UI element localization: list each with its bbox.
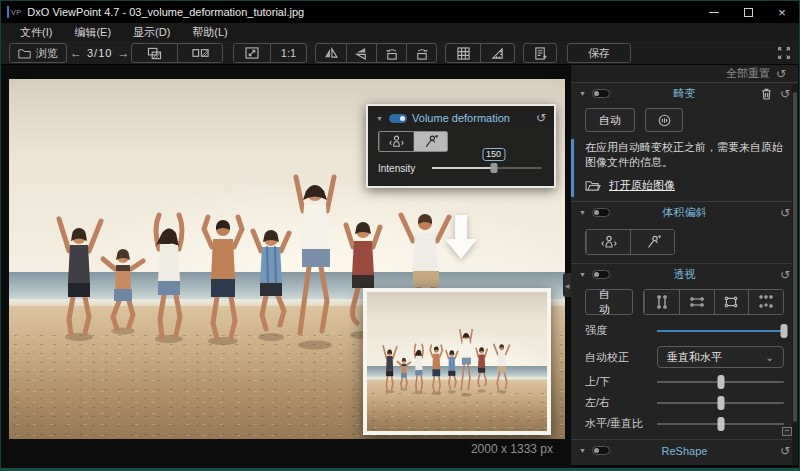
menu-view[interactable]: 显示(D) [122, 25, 181, 40]
perspective-tools-row: 自动 [585, 289, 784, 315]
flip-vertical-icon [355, 47, 368, 60]
force-rectangle-button[interactable] [714, 290, 749, 314]
sidebar-collapse-handle[interactable]: ◀ [563, 273, 571, 297]
scrollbar-thumb[interactable] [793, 92, 797, 422]
reshape-enable-toggle[interactable] [592, 446, 610, 455]
collapse-arrow-icon[interactable]: ▼ [579, 90, 586, 97]
ratio-slider-handle[interactable] [717, 417, 724, 431]
flip-vertical-button[interactable] [346, 44, 376, 62]
open-original-link[interactable]: 打开原始图像 [609, 178, 675, 193]
volume-undo-icon[interactable]: ↺ [780, 206, 790, 220]
panel-collapse-box[interactable]: − [782, 427, 792, 436]
ratio-slider[interactable] [657, 417, 784, 431]
distortion-auto-button[interactable]: 自动 [585, 108, 635, 132]
horizontal-correction-button[interactable] [379, 132, 413, 151]
collapse-arrow-icon[interactable]: ▼ [579, 209, 586, 216]
close-button[interactable]: × [765, 1, 799, 23]
collapse-arrow-icon[interactable]: ▼ [579, 271, 586, 278]
compare-overlay-button[interactable] [132, 44, 177, 62]
previous-image-button[interactable]: ← [65, 46, 87, 60]
maximize-button[interactable] [731, 1, 765, 23]
perspective-auto-button[interactable]: 自动 [585, 289, 633, 315]
image-dimensions-label: 2000 x 1333 px [9, 442, 557, 456]
left-right-slider[interactable] [657, 396, 784, 410]
volume-horizontal-button[interactable] [586, 230, 630, 254]
guides-group [445, 43, 515, 63]
eight-points-button[interactable] [748, 290, 783, 314]
up-down-slider-handle[interactable] [717, 375, 724, 389]
intensity-slider[interactable]: 150 [432, 161, 542, 175]
person-front-icon [388, 134, 405, 149]
fullscreen-icon[interactable] [777, 46, 791, 60]
perspective-mode-group [643, 289, 784, 315]
zoom-group: 1:1 [233, 43, 307, 63]
volume-mode-group [585, 229, 675, 255]
sidebar-scrollbar[interactable] [792, 84, 798, 465]
ruler-button[interactable] [480, 44, 514, 62]
menu-bar: 文件(I) 编辑(E) 显示(D) 帮助(L) [1, 23, 799, 41]
fit-to-screen-button[interactable] [234, 44, 270, 62]
diagonal-correction-button[interactable] [413, 132, 447, 151]
down-arrow-icon [441, 213, 481, 261]
corrected-beach-photo [367, 292, 547, 431]
folder-icon [18, 48, 31, 59]
app-window: VP DxO ViewPoint 4.7 - 03_volume_deforma… [0, 0, 800, 471]
compare-side-by-side-button[interactable] [177, 44, 222, 62]
save-button[interactable]: 保存 [567, 43, 631, 63]
strength-slider[interactable] [657, 324, 784, 338]
perspective-enable-toggle[interactable] [592, 270, 610, 279]
panel-enable-toggle[interactable] [389, 114, 407, 123]
distortion-undo-icon[interactable]: ↺ [780, 87, 790, 101]
browse-button[interactable]: 浏览 [9, 43, 67, 63]
minimize-button[interactable] [697, 1, 731, 23]
left-right-row: 左/右 [585, 395, 784, 410]
perspective-undo-icon[interactable]: ↺ [780, 268, 790, 282]
grid-button[interactable] [446, 44, 480, 62]
trash-icon[interactable] [761, 88, 772, 100]
vertical-parallels-icon [654, 294, 670, 310]
distortion-panel-header: ▼ 畸变 ↺ [571, 83, 798, 104]
menu-edit[interactable]: 编辑(E) [63, 25, 122, 40]
volume-mode-row [585, 229, 784, 255]
up-down-slider[interactable] [657, 375, 784, 389]
photo-view[interactable]: ▼ Volume deformation ↺ Intensity [9, 79, 565, 439]
menu-file[interactable]: 文件(I) [9, 25, 63, 40]
browse-button-group: 浏览 [9, 43, 67, 63]
reshape-panel-header: ▼ ReShape ↺ [571, 440, 798, 461]
auto-correct-dropdown[interactable]: 垂直和水平 ⌄ [657, 346, 784, 368]
strength-slider-handle[interactable] [781, 324, 788, 338]
intensity-value: 150 [482, 148, 505, 161]
flip-horizontal-button[interactable] [316, 44, 346, 62]
app-logo-icon: VP [7, 6, 21, 18]
menu-help[interactable]: 帮助(L) [181, 25, 238, 40]
force-vertical-button[interactable] [644, 290, 679, 314]
zoom-1-1-button[interactable]: 1:1 [270, 44, 306, 62]
copy-settings-button[interactable] [523, 43, 557, 63]
up-down-row: 上/下 [585, 374, 784, 389]
reshape-panel: ▼ ReShape ↺ [571, 440, 798, 465]
chevron-down-icon: ⌄ [766, 352, 774, 363]
window-title: DxO ViewPoint 4.7 - 03_volume_deformatio… [27, 6, 304, 18]
auto-correct-label: 自动校正 [585, 350, 657, 365]
maximize-icon [744, 8, 753, 17]
reshape-undo-icon[interactable]: ↺ [780, 444, 790, 458]
distortion-enable-toggle[interactable] [592, 89, 610, 98]
force-horizontal-button[interactable] [679, 290, 714, 314]
rotate-left-button[interactable] [376, 44, 406, 62]
minimize-icon [709, 12, 719, 13]
rotate-right-button[interactable] [406, 44, 436, 62]
volume-enable-toggle[interactable] [592, 208, 610, 217]
intensity-slider-handle[interactable] [490, 163, 497, 173]
reset-all-label[interactable]: 全部重置 [726, 66, 770, 81]
rectangle-corners-icon [723, 294, 739, 310]
collapse-arrow-icon[interactable]: ▼ [376, 115, 383, 122]
lens-dial-button[interactable] [645, 108, 683, 132]
left-right-slider-handle[interactable] [717, 396, 724, 410]
image-navigation: ← 3/10 → [65, 43, 134, 63]
volume-diagonal-button[interactable] [630, 230, 674, 254]
rotate-left-icon [385, 47, 399, 60]
volume-deformation-panel: ▼ 体积偏斜 ↺ [571, 202, 798, 264]
undo-icon[interactable]: ↺ [536, 111, 546, 125]
collapse-arrow-icon[interactable]: ▼ [579, 447, 586, 454]
reset-all-undo-icon[interactable]: ↺ [776, 67, 786, 81]
